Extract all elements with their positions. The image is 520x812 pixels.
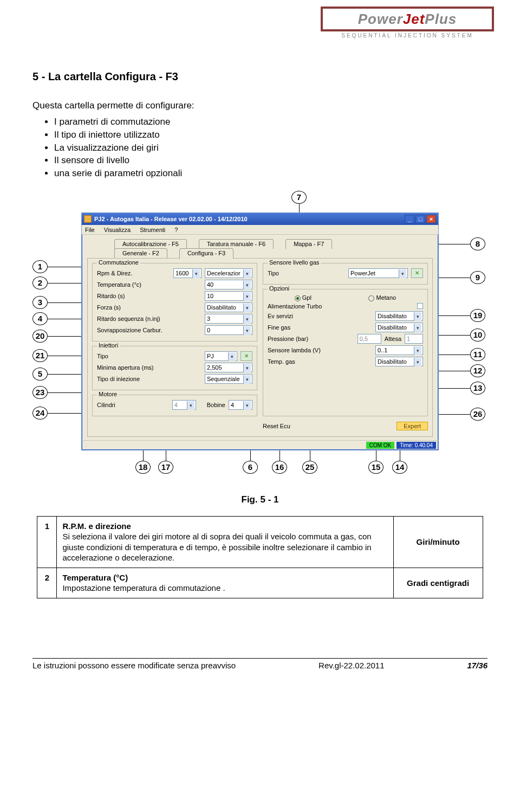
- tab-mappa[interactable]: Mappa - F7: [285, 239, 332, 249]
- callout-9: 9: [470, 271, 485, 284]
- callout-14: 14: [392, 461, 407, 474]
- titlebar[interactable]: PJ2 - Autogas Italia - Release ver 02.02…: [82, 213, 438, 225]
- app-window: PJ2 - Autogas Italia - Release ver 02.02…: [81, 212, 439, 450]
- close-button[interactable]: ×: [426, 215, 436, 223]
- radio-metano[interactable]: Metano: [368, 294, 396, 301]
- callout-15: 15: [368, 461, 384, 474]
- ev-value[interactable]: Disabilitato: [375, 311, 423, 321]
- callout-8: 8: [470, 237, 485, 250]
- table-row: 1 R.P.M. e direzione Si seleziona il val…: [37, 516, 483, 568]
- rpm-mode[interactable]: Decelerazior: [205, 268, 252, 278]
- time-status: Time: 0.40.04: [396, 442, 436, 449]
- brand-tagline: SEQUENTIAL INJECTION SYSTEM: [321, 33, 494, 39]
- fine-value[interactable]: Disabilitato: [375, 323, 423, 332]
- callout-6: 6: [243, 461, 258, 474]
- radio-gpl[interactable]: Gpl: [295, 294, 311, 301]
- forza-value[interactable]: Disabilitato: [205, 302, 252, 312]
- callout-10: 10: [470, 328, 485, 341]
- table-row: 2 Temperatura (°C) Impostazione temperat…: [37, 568, 483, 598]
- callout-25: 25: [302, 461, 317, 474]
- lambda-value[interactable]: 0..1: [375, 345, 423, 355]
- minimize-button[interactable]: _: [405, 215, 414, 223]
- rpm-label: Rpm & Direz.: [97, 270, 170, 276]
- maximize-button[interactable]: □: [415, 215, 425, 223]
- callout-19: 19: [470, 309, 485, 322]
- callout-26: 26: [470, 408, 485, 421]
- callout-17: 17: [158, 461, 173, 474]
- callout-7: 7: [291, 191, 307, 204]
- window-title: PJ2 - Autogas Italia - Release ver 02.02…: [94, 215, 248, 223]
- callout-11: 11: [470, 348, 485, 361]
- callout-12: 12: [470, 364, 485, 377]
- com-status: COM OK: [366, 442, 395, 449]
- group-commutazione: Commutazione Rpm & Direz. 1600 Deceleraz…: [92, 263, 257, 341]
- section-heading: 5 - La cartella Configura - F3: [32, 69, 487, 83]
- inj-config-icon[interactable]: ✕: [240, 351, 252, 361]
- menubar[interactable]: File Visualizza Strumenti ?: [82, 225, 438, 235]
- callout-24: 24: [32, 407, 48, 420]
- figure-caption: Fig. 5 - 1: [32, 494, 487, 505]
- callout-5: 5: [32, 368, 48, 381]
- callout-21: 21: [32, 349, 48, 362]
- description-table: 1 R.P.M. e direzione Si seleziona il val…: [37, 516, 483, 598]
- temp-value[interactable]: 40: [205, 280, 252, 289]
- reset-label: Reset Ecu: [263, 423, 393, 429]
- intro-text: Questa cartella permette di configurare:: [32, 100, 487, 112]
- group-iniettori: Iniettori TipoPJ✕ Minima apertura (ms)2,…: [92, 346, 257, 390]
- group-opzioni: Opzioni Gpl Metano Alimentazione Turbo E…: [263, 289, 428, 416]
- intro-list: I parametri di commutazione Il tipo di i…: [54, 115, 487, 180]
- page-footer: Le istruzioni possono essere modificate …: [32, 658, 487, 670]
- callout-13: 13: [470, 382, 485, 395]
- attesa-value[interactable]: 1: [405, 334, 423, 344]
- ritseq-value[interactable]: 3: [205, 314, 252, 324]
- tgas-value[interactable]: Disabilitato: [375, 357, 423, 366]
- ritardo-value[interactable]: 10: [205, 291, 252, 301]
- statusbar: COM OK Time: 0.40.04: [82, 440, 438, 450]
- rpm-value[interactable]: 1600: [173, 268, 202, 278]
- press-value[interactable]: 0,5: [358, 334, 381, 344]
- group-sensore: Sensore livello gas TipoPowerJet✕: [263, 263, 428, 285]
- turbo-checkbox[interactable]: [417, 303, 423, 309]
- cilindri-value[interactable]: 4: [172, 400, 196, 410]
- sensor-config-icon[interactable]: ✕: [411, 268, 423, 278]
- tab-taratura[interactable]: Taratura manuale - F6: [199, 239, 274, 249]
- tab-autocalib[interactable]: Autocalibrazione - F5: [114, 239, 187, 249]
- app-icon: [84, 215, 92, 223]
- callout-1: 1: [32, 260, 48, 273]
- bobine-value[interactable]: 4: [229, 400, 252, 410]
- inj-minap[interactable]: 2,505: [205, 363, 252, 372]
- callout-20: 20: [32, 330, 48, 343]
- callout-4: 4: [32, 312, 48, 325]
- expert-button[interactable]: Expert: [396, 422, 428, 430]
- annotated-screenshot: 7 1 2 3 4 20 21 5 23 24 8 9 19 10 11 12 …: [32, 191, 487, 484]
- tab-configura[interactable]: Configura - F3: [179, 248, 233, 259]
- callout-2: 2: [32, 276, 48, 289]
- tab-generale[interactable]: Generale - F2: [114, 248, 167, 258]
- group-motore: Motore Cilindri4 Bobine4: [92, 395, 257, 416]
- callout-23: 23: [32, 386, 48, 399]
- sovrap-value[interactable]: 0: [205, 325, 252, 335]
- inj-tipo[interactable]: PJ: [205, 351, 237, 361]
- callout-18: 18: [135, 461, 151, 474]
- brand-logo: PowerJetPlus SEQUENTIAL INJECTION SYSTEM: [321, 7, 494, 39]
- inj-mode[interactable]: Sequenziale: [205, 374, 252, 384]
- callout-16: 16: [272, 461, 287, 474]
- sensor-tipo[interactable]: PowerJet: [348, 268, 408, 278]
- callout-3: 3: [32, 296, 48, 309]
